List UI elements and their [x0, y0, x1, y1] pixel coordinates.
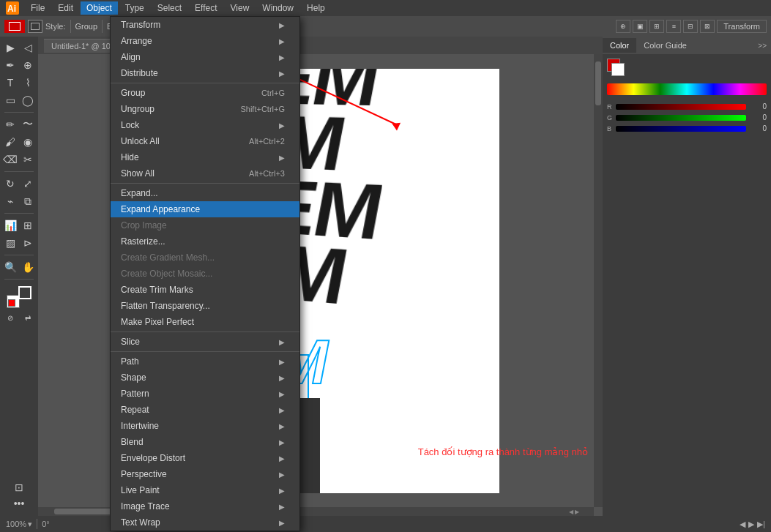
icon-artboard[interactable]: ▣: [633, 20, 647, 33]
tool-scale[interactable]: ⤢: [20, 176, 36, 192]
tool-swap[interactable]: ⇄: [20, 310, 36, 326]
nav-prev[interactable]: ◀: [740, 520, 745, 529]
menu-item-slice[interactable]: Slice ▶: [111, 334, 299, 350]
menu-item-pattern[interactable]: Pattern ▶: [111, 386, 299, 402]
tool-type[interactable]: T: [2, 75, 18, 91]
panel-tabs: Color Color Guide >>: [603, 37, 771, 54]
menu-item-expand[interactable]: Expand...: [111, 185, 299, 201]
tool-zoom[interactable]: 🔍: [2, 259, 18, 275]
tool-pencil[interactable]: ✏: [2, 116, 18, 132]
nav-play[interactable]: ▶: [748, 520, 754, 529]
fill-indicator[interactable]: [4, 20, 25, 33]
slider-g[interactable]: [616, 115, 746, 121]
icon-align-right[interactable]: ⊟: [683, 20, 698, 33]
tool-direct-select[interactable]: ◁: [20, 40, 36, 56]
menu-item-ungroup[interactable]: Ungroup Shift+Ctrl+G: [111, 101, 299, 117]
icon-distribute[interactable]: ⊠: [700, 20, 715, 33]
style-dropdown[interactable]: Style:: [45, 22, 66, 31]
tab-color-guide[interactable]: Color Guide: [636, 38, 694, 53]
menu-item-intertwine[interactable]: Intertwine ▶: [111, 418, 299, 434]
menu-window[interactable]: Window: [256, 1, 299, 15]
value-b[interactable]: 0: [749, 124, 767, 132]
menu-item-group[interactable]: Group Ctrl+G: [111, 85, 299, 101]
scrollbar-vertical[interactable]: [594, 54, 603, 507]
menu-item-text-wrap[interactable]: Text Wrap ▶: [111, 514, 299, 531]
menu-item-path[interactable]: Path ▶: [111, 353, 299, 370]
menu-item-lock[interactable]: Lock ▶: [111, 117, 299, 133]
icon-globe[interactable]: ⊕: [616, 20, 630, 33]
tool-screen[interactable]: ⊡: [11, 479, 27, 495]
menu-item-trim-marks[interactable]: Create Trim Marks: [111, 282, 299, 298]
tool-more[interactable]: •••: [11, 495, 27, 512]
tool-gradient[interactable]: ▨: [2, 235, 18, 251]
menu-item-perspective[interactable]: Perspective ▶: [111, 466, 299, 482]
menu-item-envelope-distort[interactable]: Envelope Distort ▶: [111, 450, 299, 466]
stroke-indicator[interactable]: [28, 20, 42, 33]
zoom-dropdown-arrow[interactable]: ▾: [28, 520, 32, 529]
transform-button[interactable]: Transform: [717, 20, 767, 33]
zoom-control[interactable]: 100% ▾: [6, 520, 32, 529]
menu-item-transform[interactable]: Transform ▶: [111, 17, 299, 33]
tool-warp[interactable]: ⌁: [2, 193, 18, 209]
color-spectrum[interactable]: [607, 83, 767, 95]
tool-eyedrop[interactable]: ⊳: [20, 235, 36, 251]
menu-view[interactable]: View: [225, 1, 256, 15]
tool-type-path[interactable]: ⌇: [20, 75, 36, 91]
menu-type[interactable]: Type: [119, 1, 150, 15]
angle-value[interactable]: 0°: [42, 520, 50, 528]
tool-hand[interactable]: ✋: [20, 259, 36, 275]
menu-object[interactable]: Object: [81, 1, 118, 15]
menu-edit[interactable]: Edit: [52, 1, 79, 15]
icon-align-center[interactable]: ≡: [666, 20, 681, 33]
value-g[interactable]: 0: [749, 113, 767, 121]
menu-item-distribute[interactable]: Distribute ▶: [111, 65, 299, 81]
menu-item-expand-appearance[interactable]: Expand Appearance: [111, 201, 299, 217]
scrollbar-h-thumb[interactable]: [54, 509, 113, 514]
menu-item-flatten-transparency[interactable]: Flatten Transparency...: [111, 298, 299, 314]
menu-item-image-trace[interactable]: Image Trace ▶: [111, 498, 299, 514]
menu-item-repeat[interactable]: Repeat ▶: [111, 402, 299, 418]
menu-item-rasterize[interactable]: Rasterize...: [111, 233, 299, 250]
tool-ellipse[interactable]: ◯: [20, 92, 36, 108]
tool-rotate[interactable]: ↻: [2, 176, 18, 192]
tool-none[interactable]: ⊘: [2, 310, 18, 326]
nav-next[interactable]: ▶|: [757, 520, 765, 529]
swatch-fg[interactable]: [607, 59, 625, 76]
menu-item-live-paint[interactable]: Live Paint ▶: [111, 482, 299, 498]
tool-blob[interactable]: ◉: [20, 134, 36, 150]
menu-item-shape[interactable]: Shape ▶: [111, 370, 299, 386]
tool-eraser[interactable]: ⌫: [2, 151, 18, 168]
menu-help[interactable]: Help: [301, 1, 331, 15]
zoom-value[interactable]: 100%: [6, 520, 26, 528]
value-r[interactable]: 0: [749, 102, 767, 110]
angle-control[interactable]: 0°: [42, 520, 50, 528]
tool-brush[interactable]: 🖌: [2, 134, 18, 150]
slider-b[interactable]: [616, 126, 746, 132]
menu-item-show-all[interactable]: Show All Alt+Ctrl+3: [111, 165, 299, 181]
panel-expand-button[interactable]: >>: [753, 39, 771, 53]
scrollbar-v-thumb[interactable]: [595, 61, 601, 105]
tool-smooth[interactable]: 〜: [20, 116, 36, 132]
menu-item-crop-image: Crop Image: [111, 217, 299, 233]
menu-effect[interactable]: Effect: [189, 1, 223, 15]
stroke-color[interactable]: [18, 286, 31, 299]
menu-item-align[interactable]: Align ▶: [111, 49, 299, 65]
menu-item-pixel-perfect[interactable]: Make Pixel Perfect: [111, 314, 299, 330]
menu-file[interactable]: File: [25, 1, 51, 15]
menu-item-unlock-all[interactable]: Unlock All Alt+Ctrl+2: [111, 133, 299, 149]
tool-pen[interactable]: ✒: [2, 57, 18, 73]
icon-align-left[interactable]: ⊞: [649, 20, 664, 33]
tool-mesh[interactable]: ⊞: [20, 217, 36, 233]
tab-color[interactable]: Color: [603, 38, 636, 53]
tool-select[interactable]: ▶: [2, 40, 18, 56]
tool-free[interactable]: ⧉: [20, 193, 36, 209]
tool-anchor[interactable]: ⊕: [20, 57, 36, 73]
menu-item-blend[interactable]: Blend ▶: [111, 434, 299, 450]
menu-item-hide[interactable]: Hide ▶: [111, 149, 299, 165]
tool-graph[interactable]: 📊: [2, 217, 18, 233]
slider-r[interactable]: [616, 104, 746, 110]
menu-select[interactable]: Select: [152, 1, 187, 15]
tool-rectangle[interactable]: ▭: [2, 92, 18, 108]
menu-item-arrange[interactable]: Arrange ▶: [111, 33, 299, 49]
tool-scissor[interactable]: ✂: [20, 151, 36, 168]
